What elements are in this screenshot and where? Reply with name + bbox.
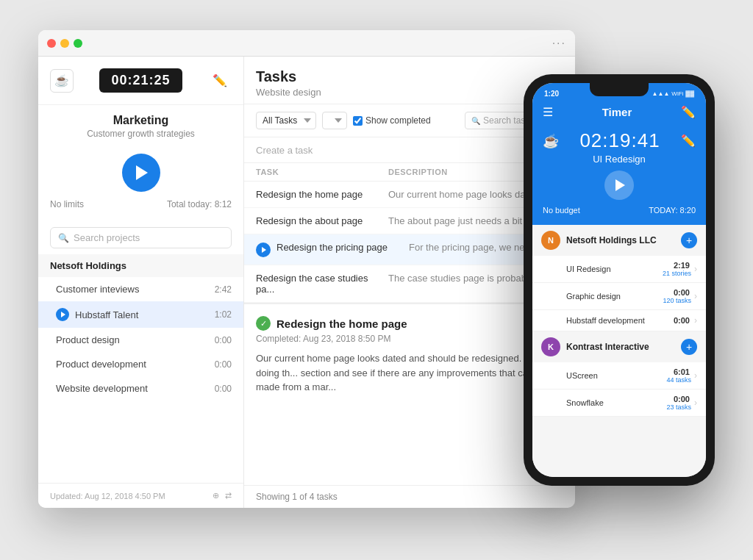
battery-icon: ▓▓ (685, 90, 694, 97)
task-name: Redesign the about page (256, 215, 388, 226)
search-tasks-icon: 🔍 (471, 117, 480, 125)
phone-budget-row: No budget TODAY: 8:20 (543, 206, 696, 215)
hamburger-icon[interactable]: ☰ (543, 107, 553, 118)
phone-project-name: Hubstaff development (541, 316, 674, 325)
create-task-input[interactable] (256, 145, 557, 156)
phone-timer-project: UI Redesign (593, 154, 646, 165)
phone-screen: 1:20 ▲▲▲ WiFi ▓▓ ☰ Timer ✏️ ☕ (532, 83, 706, 477)
coffee-icon[interactable]: ☕ (50, 69, 74, 93)
updated-label: Updated: Aug 12, 2018 4:50 PM (50, 492, 165, 500)
phone-project-info: 0:00 23 tasks (666, 395, 691, 411)
list-item[interactable]: Snowflake 0:00 23 tasks › (532, 390, 706, 417)
task-detail-body: Our current home page looks dated and sh… (256, 351, 563, 395)
phone-play-button[interactable] (604, 170, 634, 200)
phone-project-info: 2:19 21 stories (663, 261, 691, 277)
show-completed-checkbox[interactable] (353, 116, 363, 126)
list-item[interactable]: Customer inteviews 2:42 (38, 277, 243, 301)
phone-project-info: 0:00 120 tasks (663, 288, 691, 304)
desktop-window: ··· ☕ 00:21:25 ✏️ Marketing Customer gro… (38, 30, 575, 508)
task-name: Redesign the home page (256, 189, 388, 200)
phone-project-name: Snowflake (541, 398, 666, 407)
list-item[interactable]: Graphic design 0:00 120 tasks › (532, 283, 706, 310)
company-add-button[interactable]: + (681, 339, 697, 355)
list-item[interactable]: Product development 0:00 (38, 352, 243, 376)
secondary-select[interactable] (322, 112, 347, 129)
project-item-name: Website development (56, 383, 215, 394)
all-tasks-select[interactable]: All Tasks (256, 112, 316, 129)
chevron-right-icon: › (694, 315, 697, 326)
project-item-name: Hubstaff Talent (75, 309, 215, 320)
task-detail-title-row: Redesign the home page (256, 316, 563, 331)
maximize-button[interactable] (74, 39, 82, 48)
minimize-button[interactable] (60, 39, 69, 48)
phone-project-name: UI Redesign (541, 265, 663, 273)
signal-icon: ▲▲▲ (652, 90, 670, 97)
tasks-title: Tasks (256, 68, 563, 85)
list-item[interactable]: UScreen 6:01 44 tasks › (532, 362, 706, 390)
phone-project-tasks: 120 tasks (663, 297, 691, 304)
chevron-right-icon: › (694, 264, 697, 274)
phone-today: TODAY: 8:20 (649, 206, 696, 215)
phone-project-time: 0:00 (674, 395, 690, 403)
phone-project-time: 2:19 (674, 261, 690, 270)
company-add-button[interactable]: + (681, 232, 697, 248)
phone-project-name: UScreen (541, 371, 666, 380)
phone-no-budget: No budget (543, 206, 580, 215)
no-limits-label: No limits (50, 199, 84, 209)
task-detail-title: Redesign the home page (276, 317, 407, 330)
task-play-button[interactable] (256, 243, 271, 257)
phone-edit-icon[interactable]: ✏️ (681, 134, 696, 148)
company-name: Kontrast Interactive (566, 342, 681, 352)
tasks-footer: Showing 1 of 4 tasks (244, 485, 575, 508)
phone-project-tasks: 21 stories (663, 270, 691, 277)
close-button[interactable] (47, 39, 56, 48)
project-item-time: 2:42 (215, 284, 232, 295)
company-header: K Kontrast Interactive + (532, 331, 706, 362)
phone-status-icons: ▲▲▲ WiFi ▓▓ (652, 90, 694, 97)
project-item-name: Customer inteviews (56, 284, 215, 295)
phone-container: 1:20 ▲▲▲ WiFi ▓▓ ☰ Timer ✏️ ☕ (524, 74, 715, 486)
phone-timer-time: 02:19:41 (579, 129, 660, 152)
footer-icons: ⊕ ⇄ (213, 491, 232, 500)
active-play-dot (56, 308, 69, 321)
collapse-icon[interactable]: ⇄ (225, 491, 232, 500)
show-completed-group: Show completed (353, 115, 431, 126)
list-item[interactable]: Website development 0:00 (38, 376, 243, 401)
phone-list[interactable]: N Netsoft Holdings LLC + UI Redesign 2:1… (532, 225, 706, 477)
list-item[interactable]: Hubstaff development 0:00 › (532, 310, 706, 331)
window-menu-dots[interactable]: ··· (552, 37, 566, 50)
project-item-time: 0:00 (215, 359, 232, 370)
col-task-header: TASK (256, 168, 388, 176)
chevron-right-icon: › (694, 370, 697, 381)
task-name: Redesign the case studies pa... (256, 273, 388, 295)
project-item-name: Product design (56, 334, 215, 345)
play-button[interactable] (122, 154, 160, 192)
company-header: N Netsoft Holdings LLC + (532, 225, 706, 256)
phone-project-info: 0:00 (674, 316, 691, 325)
search-bar[interactable]: 🔍 (50, 227, 232, 248)
sidebar-header: ☕ 00:21:25 ✏️ (38, 57, 243, 105)
traffic-lights (47, 39, 82, 48)
sidebar-stats: No limits Total today: 8:12 (50, 199, 232, 209)
sync-icon[interactable]: ⊕ (213, 491, 219, 500)
project-item-time: 1:02 (215, 309, 232, 320)
list-item[interactable]: Hubstaff Talent 1:02 (38, 301, 243, 328)
project-item-time: 0:00 (215, 335, 232, 345)
total-today-label: Total today: 8:12 (167, 199, 232, 209)
phone-project-tasks: 44 tasks (666, 376, 691, 384)
edit-icon[interactable]: ✏️ (208, 69, 232, 93)
phone-outer: 1:20 ▲▲▲ WiFi ▓▓ ☰ Timer ✏️ ☕ (524, 74, 715, 486)
phone-header-title: Timer (602, 106, 632, 118)
phone-header-edit-icon[interactable]: ✏️ (681, 105, 696, 119)
project-item-name: Product development (56, 359, 215, 370)
show-completed-label: Show completed (365, 115, 431, 126)
search-input[interactable] (74, 232, 224, 243)
phone-coffee-icon[interactable]: ☕ (543, 133, 559, 149)
tasks-subtitle: Website design (256, 87, 563, 98)
wifi-icon: WiFi (671, 90, 683, 97)
search-icon: 🔍 (58, 233, 69, 243)
list-item[interactable]: Product design 0:00 (38, 328, 243, 352)
list-item[interactable]: UI Redesign 2:19 21 stories › (532, 256, 706, 283)
window-titlebar: ··· (38, 30, 575, 57)
phone-time: 1:20 (544, 90, 559, 98)
